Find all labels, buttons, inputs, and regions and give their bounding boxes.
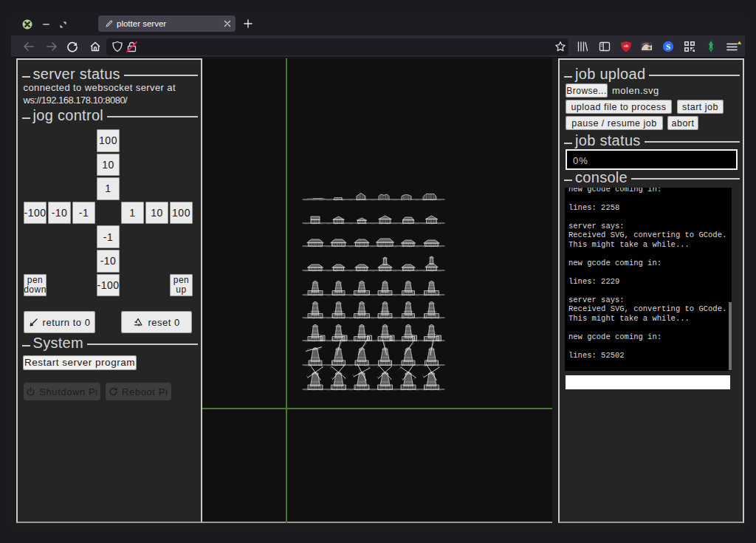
svg-text:S: S [666,42,670,51]
svg-text:ub: ub [624,44,628,48]
